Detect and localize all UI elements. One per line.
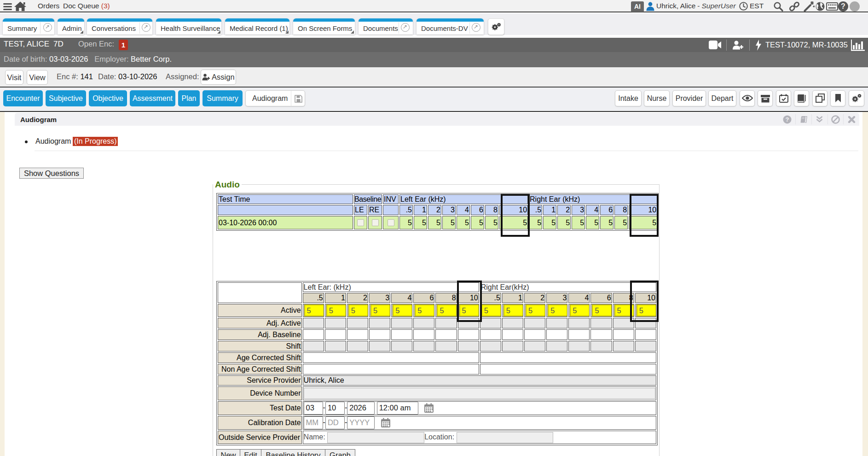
svg-text:?: ?	[786, 116, 789, 123]
